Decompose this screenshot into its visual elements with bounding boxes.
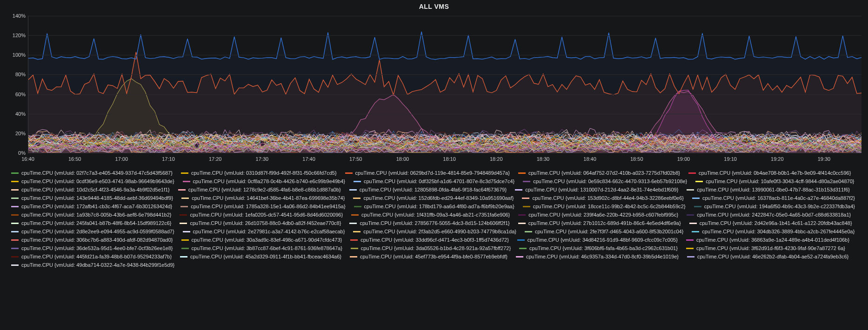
legend-item[interactable]: cpuTime.CPU {vmUuid: 26d10758-88c0-4db0-… — [180, 219, 341, 227]
legend-item[interactable]: cpuTime.CPU {vmUuid: 2d8e2ee9-e094-4955-… — [11, 228, 174, 235]
legend-item[interactable]: cpuTime.CPU {vmUuid: 3f606bf6-fafa-4b65-… — [519, 244, 678, 252]
legend-item[interactable]: cpuTime.CPU {vmUuid: 153d902c-d8bf-44e4-… — [522, 194, 684, 202]
legend-swatch — [353, 231, 361, 232]
legend-item[interactable]: cpuTime.CPU {vmUuid: 239f4a6e-220b-4229-… — [518, 211, 678, 218]
legend-item[interactable]: cpuTime.CPU {vmUuid: 0629bd7d-119e-4814-… — [345, 169, 510, 177]
legend-item[interactable]: cpuTime.CPU {vmUuid: 3da05526-b1bd-4c28-… — [351, 244, 511, 252]
plot-area[interactable]: 0%20%40%60%80%100%120%140% — [28, 16, 861, 153]
legend-item[interactable]: cpuTime.CPU {vmUuid: 0cf8a278-0c4b-4426-… — [183, 178, 345, 185]
legend-item[interactable]: cpuTime.CPU {vmUuid: 143e9448-4185-48dd-… — [11, 194, 173, 202]
legend-swatch — [354, 181, 361, 182]
legend-item[interactable]: cpuTime.CPU {vmUuid: 304db326-3889-4bbc-… — [692, 228, 855, 235]
legend-label: cpuTime.CPU {vmUuid: 2f3ab2d5-e660-4990-… — [363, 228, 516, 235]
legend-swatch — [688, 172, 696, 174]
legend-item[interactable]: cpuTime.CPU {vmUuid: 0e59c834-662c-4470-… — [523, 178, 687, 185]
y-gridline — [28, 16, 861, 16]
legend-item[interactable]: cpuTime.CPU {vmUuid: 46e262b2-dfab-4b04-… — [687, 253, 849, 260]
legend-item[interactable]: cpuTime.CPU {vmUuid: 27b1012c-689d-491b-… — [518, 219, 681, 227]
chart-panel: ALL VMS 0%20%40%60%80%100%120%140% 16:40… — [0, 0, 868, 277]
legend-item[interactable]: cpuTime.CPU {vmUuid: 194a6f50-4b9c-43c3-… — [694, 203, 855, 210]
legend-label: cpuTime.CPU {vmUuid: 10d2c5cf-4f23-4546-… — [21, 186, 170, 193]
legend-item[interactable]: cpuTime.CPU {vmUuid: 2e27981c-a3a7-4142-… — [183, 228, 345, 235]
legend-item[interactable]: cpuTime.CPU {vmUuid: 16378acb-811e-4a0c-… — [692, 194, 855, 202]
legend-swatch — [11, 214, 19, 216]
legend-swatch — [687, 256, 694, 257]
legend-item[interactable]: cpuTime.CPU {vmUuid: 2d42e96a-1b41-4c61-… — [689, 219, 852, 227]
legend-item[interactable]: cpuTime.CPU {vmUuid: 172afb41-cb3c-4f67-… — [11, 203, 172, 210]
legend-label: cpuTime.CPU {vmUuid: 46c9357a-334d-47d0-… — [526, 253, 679, 260]
legend-item[interactable]: cpuTime.CPU {vmUuid: 18cce11c-99b2-4b42-… — [523, 203, 686, 210]
legend-item[interactable]: cpuTime.CPU {vmUuid: 0df325bf-a1d6-4701-… — [354, 178, 514, 185]
legend-item[interactable]: cpuTime.CPU {vmUuid: 1efa0205-dc57-4541-… — [180, 211, 343, 218]
legend-label: cpuTime.CPU {vmUuid: 27b1012c-689d-491b-… — [528, 219, 681, 227]
legend-swatch — [353, 198, 361, 199]
legend-label: cpuTime.CPU {vmUuid: 45ef773b-e954-4f9a-… — [360, 253, 507, 260]
legend-label: cpuTime.CPU {vmUuid: 02f7c7a3-e405-4349-… — [21, 169, 173, 177]
legend-item[interactable]: cpuTime.CPU {vmUuid: 0cdf36e9-e503-4741-… — [11, 178, 174, 185]
legend-item[interactable]: cpuTime.CPU {vmUuid: 2f3ab2d5-e660-4990-… — [353, 228, 516, 235]
legend-label: cpuTime.CPU {vmUuid: 245fa041-b87b-48f6-… — [21, 219, 171, 227]
legend-item[interactable]: cpuTime.CPU {vmUuid: 46c9357a-334d-47d0-… — [516, 253, 679, 260]
legend-item[interactable]: cpuTime.CPU {vmUuid: 12805898-0fda-4fa6-… — [349, 186, 507, 193]
legend-label: cpuTime.CPU {vmUuid: 445fd21a-fa39-48b8-… — [21, 253, 172, 260]
legend-label: cpuTime.CPU {vmUuid: 064af752-07d2-410b-… — [528, 169, 680, 177]
legend: cpuTime.CPU {vmUuid: 02f7c7a3-e405-4349-… — [0, 166, 868, 277]
x-axis: 16:4016:5017:0017:1017:2017:3017:4017:50… — [28, 156, 861, 164]
legend-label: cpuTime.CPU {vmUuid: 2d42e96a-1b41-4c61-… — [700, 219, 852, 227]
legend-label: cpuTime.CPU {vmUuid: 306bc7b6-a883-490d-… — [21, 236, 173, 244]
legend-swatch — [181, 198, 189, 199]
legend-label: cpuTime.CPU {vmUuid: 152d6fdb-ed29-44ef-… — [363, 194, 514, 202]
y-gridline — [28, 94, 861, 95]
y-gridline — [28, 153, 861, 153]
y-tick-label: 120% — [13, 33, 26, 38]
y-tick-label: 100% — [13, 52, 26, 58]
legend-item[interactable]: cpuTime.CPU {vmUuid: 3b87cc87-6bef-4c91-… — [181, 244, 342, 252]
y-gridline — [28, 74, 861, 75]
legend-item[interactable]: cpuTime.CPU {vmUuid: 064af752-07d2-410b-… — [518, 169, 680, 177]
legend-item[interactable]: cpuTime.CPU {vmUuid: 45ef773b-e954-4f9a-… — [350, 253, 507, 260]
legend-item[interactable]: cpuTime.CPU {vmUuid: 27856776-5055-4dc3-… — [349, 219, 509, 227]
legend-item[interactable]: cpuTime.CPU {vmUuid: 45a2d329-0911-4f1b-… — [180, 253, 341, 260]
legend-item[interactable]: cpuTime.CPU {vmUuid: 0b4ae708-b0b1-4e7b-… — [688, 169, 851, 177]
legend-item[interactable]: cpuTime.CPU {vmUuid: 1278c9e2-d585-4fa6-… — [178, 186, 341, 193]
y-gridline — [28, 35, 861, 36]
legend-swatch — [11, 264, 19, 266]
legend-item[interactable]: cpuTime.CPU {vmUuid: 2fe7f3f7-d465-4043-… — [525, 228, 683, 235]
legend-item[interactable]: cpuTime.CPU {vmUuid: 02f7c7a3-e405-4349-… — [11, 169, 173, 177]
legend-item[interactable]: cpuTime.CPU {vmUuid: 1f431ffb-09a3-4a46-… — [351, 211, 510, 218]
legend-item[interactable]: cpuTime.CPU {vmUuid: 10d2c5cf-4f23-4546-… — [11, 186, 170, 193]
legend-item[interactable]: cpuTime.CPU {vmUuid: 1785a328-15e1-4a06-… — [180, 203, 345, 210]
chart-area[interactable]: 0%20%40%60%80%100%120%140% 16:4016:5017:… — [0, 11, 868, 166]
legend-label: cpuTime.CPU {vmUuid: 13990061-0be0-47b7-… — [697, 186, 850, 193]
legend-item[interactable]: cpuTime.CPU {vmUuid: 2422847c-05e0-4a65-… — [687, 211, 851, 218]
y-tick-label: 40% — [15, 111, 26, 117]
legend-item[interactable]: cpuTime.CPU {vmUuid: 10afe0f3-3043-4cff-… — [695, 178, 854, 185]
legend-item[interactable]: cpuTime.CPU {vmUuid: 34d84216-91d9-48bf-… — [517, 236, 678, 244]
x-tick-label: 17:50 — [349, 156, 362, 162]
legend-item[interactable]: cpuTime.CPU {vmUuid: 445fd21a-fa39-48b8-… — [11, 253, 172, 260]
legend-item[interactable]: cpuTime.CPU {vmUuid: 245fa041-b87b-48f6-… — [11, 219, 171, 227]
legend-item[interactable]: cpuTime.CPU {vmUuid: 1310007d-212d-4aa2-… — [515, 186, 678, 193]
legend-item[interactable]: cpuTime.CPU {vmUuid: 1a93b7c8-005b-43b6-… — [11, 211, 171, 218]
legend-swatch — [523, 181, 530, 182]
legend-swatch — [519, 248, 527, 249]
legend-label: cpuTime.CPU {vmUuid: 0cf8a278-0c4b-4426-… — [193, 178, 345, 185]
legend-item[interactable]: cpuTime.CPU {vmUuid: 306bc7b6-a883-490d-… — [11, 236, 173, 244]
legend-item[interactable]: cpuTime.CPU {vmUuid: 36de532a-95d1-4ee0-… — [11, 244, 173, 252]
legend-swatch — [517, 239, 525, 241]
legend-item[interactable]: cpuTime.CPU {vmUuid: 14641bef-36be-4b41-… — [181, 194, 345, 202]
legend-item[interactable]: cpuTime.CPU {vmUuid: 49dba714-0322-4a7e-… — [11, 261, 174, 269]
legend-item[interactable]: cpuTime.CPU {vmUuid: 152d6fdb-ed29-44ef-… — [353, 194, 514, 202]
legend-item[interactable]: cpuTime.CPU {vmUuid: 178bd179-aa6d-4f80-… — [354, 203, 514, 210]
legend-swatch — [516, 256, 523, 257]
legend-label: cpuTime.CPU {vmUuid: 34d84216-91d9-48bf-… — [527, 236, 678, 244]
y-tick-label: 140% — [13, 13, 26, 19]
legend-item[interactable]: cpuTime.CPU {vmUuid: 36863a9e-1a24-489e-… — [686, 236, 849, 244]
legend-item[interactable]: cpuTime.CPU {vmUuid: 3f62d91d-f6f3-4230-… — [686, 244, 845, 252]
legend-item[interactable]: cpuTime.CPU {vmUuid: 0310d87f-f99d-492f-… — [181, 169, 337, 177]
legend-item[interactable]: cpuTime.CPU {vmUuid: 33dd96cf-d471-4ec3-… — [350, 236, 509, 244]
legend-item[interactable]: cpuTime.CPU {vmUuid: 30a3ad9c-83ef-498c-… — [181, 236, 342, 244]
legend-item[interactable]: cpuTime.CPU {vmUuid: 13990061-0be0-47b7-… — [687, 186, 850, 193]
x-tick-label: 17:00 — [115, 156, 128, 162]
legend-label: cpuTime.CPU {vmUuid: 304db326-3889-4bbc-… — [702, 228, 855, 235]
